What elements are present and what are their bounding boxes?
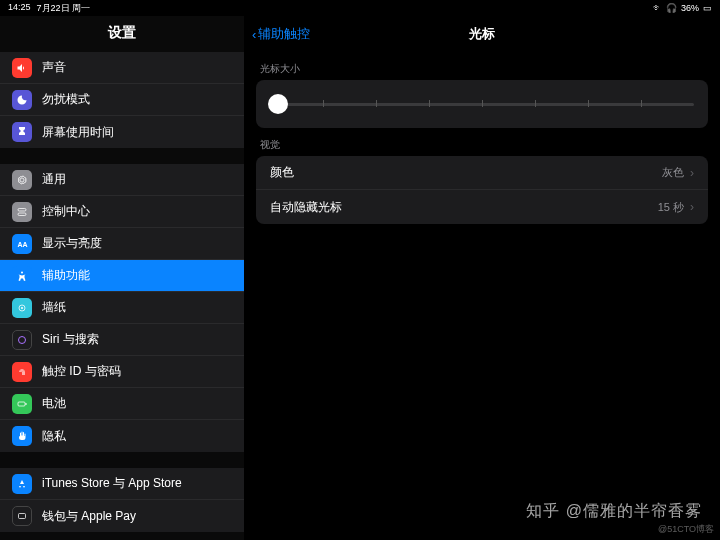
hand-icon bbox=[12, 426, 32, 446]
sidebar-item-touchid[interactable]: 触控 ID 与密码 bbox=[0, 356, 244, 388]
cursor-size-slider[interactable] bbox=[270, 94, 694, 114]
slider-header: 光标大小 bbox=[244, 52, 720, 80]
watermark-51cto: @51CTO博客 bbox=[658, 523, 714, 536]
back-label: 辅助触控 bbox=[258, 25, 310, 43]
sidebar-item-label: 电池 bbox=[42, 395, 66, 412]
sidebar-item-appstore[interactable]: iTunes Store 与 App Store bbox=[0, 468, 244, 500]
sidebar-group-1: 声音 勿扰模式 屏幕使用时间 bbox=[0, 52, 244, 148]
settings-sidebar: 设置 声音 勿扰模式 屏幕使用时间 通用 控制中心 bbox=[0, 16, 244, 540]
sidebar-item-display[interactable]: AA 显示与亮度 bbox=[0, 228, 244, 260]
chevron-right-icon: › bbox=[690, 166, 694, 180]
battery-percent: 36% bbox=[681, 3, 699, 13]
hourglass-icon bbox=[12, 122, 32, 142]
moon-icon bbox=[12, 90, 32, 110]
sidebar-item-label: 墙纸 bbox=[42, 299, 66, 316]
sidebar-item-label: 钱包与 Apple Pay bbox=[42, 508, 136, 525]
sidebar-item-label: Siri 与搜索 bbox=[42, 331, 99, 348]
svg-rect-1 bbox=[18, 213, 26, 216]
sidebar-item-wallpaper[interactable]: 墙纸 bbox=[0, 292, 244, 324]
switches-icon bbox=[12, 202, 32, 222]
page-title: 光标 bbox=[469, 25, 495, 43]
sidebar-item-label: 辅助功能 bbox=[42, 267, 90, 284]
visual-header: 视觉 bbox=[244, 128, 720, 156]
sound-icon bbox=[12, 58, 32, 78]
sidebar-item-label: 触控 ID 与密码 bbox=[42, 363, 121, 380]
sidebar-item-general[interactable]: 通用 bbox=[0, 164, 244, 196]
text-size-icon: AA bbox=[12, 234, 32, 254]
appstore-icon bbox=[12, 474, 32, 494]
nav-bar: ‹ 辅助触控 光标 bbox=[244, 16, 720, 52]
gear-icon bbox=[12, 170, 32, 190]
fingerprint-icon bbox=[12, 362, 32, 382]
svg-rect-0 bbox=[18, 208, 26, 211]
row-value: 灰色 bbox=[662, 165, 684, 180]
sidebar-title: 设置 bbox=[0, 16, 244, 52]
battery-icon bbox=[12, 394, 32, 414]
svg-text:AA: AA bbox=[18, 241, 28, 248]
wifi-icon: ᯤ bbox=[653, 3, 662, 13]
battery-icon: ▭ bbox=[703, 3, 712, 13]
svg-point-3 bbox=[21, 271, 23, 273]
sidebar-group-3: iTunes Store 与 App Store 钱包与 Apple Pay bbox=[0, 468, 244, 532]
sidebar-group-2: 通用 控制中心 AA 显示与亮度 辅助功能 墙纸 Siri 与搜索 bbox=[0, 164, 244, 452]
sidebar-item-label: 通用 bbox=[42, 171, 66, 188]
sidebar-item-accessibility[interactable]: 辅助功能 bbox=[0, 260, 244, 292]
sidebar-item-siri[interactable]: Siri 与搜索 bbox=[0, 324, 244, 356]
row-color[interactable]: 颜色 灰色 › bbox=[256, 156, 708, 190]
siri-icon bbox=[12, 330, 32, 350]
sidebar-item-controlcenter[interactable]: 控制中心 bbox=[0, 196, 244, 228]
visual-list: 颜色 灰色 › 自动隐藏光标 15 秒 › bbox=[256, 156, 708, 224]
watermark-zhihu: 知乎 @儒雅的半帘香雾 bbox=[526, 501, 702, 522]
sidebar-item-screentime[interactable]: 屏幕使用时间 bbox=[0, 116, 244, 148]
sidebar-item-label: 声音 bbox=[42, 59, 66, 76]
svg-point-6 bbox=[19, 336, 26, 343]
sidebar-item-dnd[interactable]: 勿扰模式 bbox=[0, 84, 244, 116]
sidebar-item-label: 勿扰模式 bbox=[42, 91, 90, 108]
detail-pane: ‹ 辅助触控 光标 光标大小 视觉 颜色 灰色 › 自动隐藏光标 15 秒 › bbox=[244, 16, 720, 540]
row-value: 15 秒 bbox=[658, 200, 684, 215]
sidebar-item-label: iTunes Store 与 App Store bbox=[42, 475, 182, 492]
row-autohide[interactable]: 自动隐藏光标 15 秒 › bbox=[256, 190, 708, 224]
sidebar-item-battery[interactable]: 电池 bbox=[0, 388, 244, 420]
slider-thumb[interactable] bbox=[268, 94, 288, 114]
wallet-icon bbox=[12, 506, 32, 526]
cursor-size-slider-wrap bbox=[256, 80, 708, 128]
row-label: 颜色 bbox=[270, 164, 294, 181]
sidebar-item-sound[interactable]: 声音 bbox=[0, 52, 244, 84]
sidebar-item-wallet[interactable]: 钱包与 Apple Pay bbox=[0, 500, 244, 532]
wallpaper-icon bbox=[12, 298, 32, 318]
status-date: 7月22日 周一 bbox=[37, 2, 91, 15]
status-time: 14:25 bbox=[8, 2, 31, 15]
headphone-icon: 🎧 bbox=[666, 3, 677, 13]
svg-point-5 bbox=[21, 307, 23, 309]
sidebar-item-label: 显示与亮度 bbox=[42, 235, 102, 252]
sidebar-item-privacy[interactable]: 隐私 bbox=[0, 420, 244, 452]
svg-rect-8 bbox=[26, 403, 27, 405]
chevron-right-icon: › bbox=[690, 200, 694, 214]
chevron-left-icon: ‹ bbox=[252, 27, 256, 42]
sidebar-item-label: 屏幕使用时间 bbox=[42, 124, 114, 141]
row-label: 自动隐藏光标 bbox=[270, 199, 342, 216]
accessibility-icon bbox=[12, 266, 32, 286]
svg-rect-7 bbox=[18, 402, 25, 406]
sidebar-item-label: 控制中心 bbox=[42, 203, 90, 220]
svg-rect-9 bbox=[19, 514, 26, 519]
back-button[interactable]: ‹ 辅助触控 bbox=[252, 25, 310, 43]
sidebar-item-label: 隐私 bbox=[42, 428, 66, 445]
